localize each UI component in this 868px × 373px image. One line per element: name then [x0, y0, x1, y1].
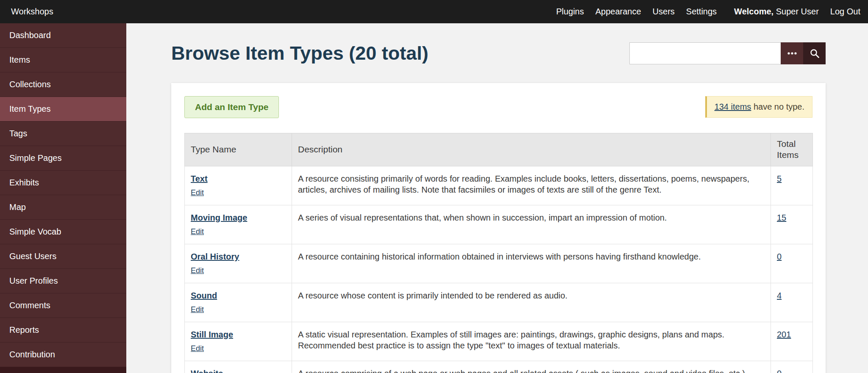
type-name-link[interactable]: Oral History: [191, 252, 239, 261]
topbar-nav-links: PluginsAppearanceUsersSettings: [556, 7, 717, 17]
total-items-cell: 4: [771, 283, 813, 322]
sidebar-item-label: Simple Pages: [9, 153, 61, 163]
type-name-link[interactable]: Still Image: [191, 330, 233, 339]
no-type-items-link[interactable]: 134 items: [715, 102, 751, 111]
header-total-items: Total Items: [771, 133, 813, 166]
type-description-cell: A static visual representation. Examples…: [292, 322, 771, 361]
type-name-cell: Oral History Edit: [185, 244, 292, 283]
add-item-type-button[interactable]: Add an Item Type: [184, 96, 279, 118]
advanced-search-button[interactable]: [781, 42, 803, 64]
total-items-link[interactable]: 4: [777, 291, 782, 300]
sidebar-item-dashboard[interactable]: Dashboard: [0, 23, 126, 48]
edit-link[interactable]: Edit: [191, 188, 204, 198]
sidebar-item-label: Map: [9, 202, 26, 212]
search-icon: [809, 48, 820, 59]
header-description: Description: [292, 133, 771, 166]
sidebar-item-simple-vocab[interactable]: Simple Vocab: [0, 220, 126, 244]
edit-link[interactable]: Edit: [191, 344, 204, 354]
search-bar: [629, 42, 826, 64]
type-description-cell: A resource containing historical informa…: [292, 244, 771, 283]
no-type-notice-text: have no type.: [751, 102, 804, 111]
sidebar-item-comments[interactable]: Comments: [0, 293, 126, 318]
total-items-link[interactable]: 0: [777, 252, 782, 261]
sidebar-item-label: Guest Users: [9, 251, 56, 261]
type-name-cell: Website Edit: [185, 361, 292, 373]
welcome-text: Welcome, Super User: [734, 7, 819, 17]
welcome-user: Super User: [773, 7, 819, 16]
sidebar-item-tags[interactable]: Tags: [0, 122, 126, 146]
sidebar-item-simple-pages[interactable]: Simple Pages: [0, 146, 126, 171]
table-row-still-image: Still Image Edit A static visual represe…: [185, 322, 813, 361]
edit-link[interactable]: Edit: [191, 266, 204, 276]
panel-top: Add an Item Type 134 items have no type.: [184, 96, 812, 118]
sidebar-item-map[interactable]: Map: [0, 195, 126, 220]
site-title-link[interactable]: Workshops: [11, 7, 53, 17]
logout-link[interactable]: Log Out: [830, 7, 860, 17]
ellipsis-icon: [787, 48, 798, 59]
type-name-link[interactable]: Text: [191, 174, 208, 183]
total-items-cell: 5: [771, 166, 813, 205]
search-input[interactable]: [629, 42, 781, 64]
content-panel: Add an Item Type 134 items have no type.…: [171, 83, 826, 373]
topbar-nav-item-appearance[interactable]: Appearance: [595, 7, 641, 17]
edit-link[interactable]: Edit: [191, 227, 204, 237]
topbar-nav-item-settings[interactable]: Settings: [686, 7, 717, 17]
table-header-row: Type Name Description Total Items: [185, 133, 813, 166]
topbar: Workshops PluginsAppearanceUsersSettings…: [0, 0, 868, 23]
topbar-nav-item-plugins[interactable]: Plugins: [556, 7, 584, 17]
table-row-text: Text Edit A resource consisting primaril…: [185, 166, 813, 205]
header-type-name: Type Name: [185, 133, 292, 166]
sidebar-item-collections[interactable]: Collections: [0, 72, 126, 97]
no-type-notice: 134 items have no type.: [705, 96, 812, 118]
sidebar: Dashboard Items Collections Item Types T…: [0, 23, 126, 373]
sidebar-item-label: Contribution: [9, 350, 55, 359]
sidebar-item-item-types[interactable]: Item Types: [0, 97, 126, 122]
type-description-cell: A resource whose content is primarily in…: [292, 283, 771, 322]
sidebar-item-user-profiles[interactable]: User Profiles: [0, 269, 126, 293]
total-items-link[interactable]: 15: [777, 213, 786, 222]
sidebar-item-exhibits[interactable]: Exhibits: [0, 171, 126, 195]
total-items-cell: 15: [771, 205, 813, 244]
type-name-cell: Text Edit: [185, 166, 292, 205]
sidebar-item-items[interactable]: Items: [0, 48, 126, 72]
main-content: Browse Item Types (20 total) Add an Item…: [126, 23, 868, 373]
type-name-cell: Moving Image Edit: [185, 205, 292, 244]
item-types-table: Type Name Description Total Items Text E…: [184, 133, 813, 373]
total-items-cell: 201: [771, 322, 813, 361]
sidebar-item-guest-users[interactable]: Guest Users: [0, 244, 126, 269]
sidebar-item-label: Simple Vocab: [9, 227, 61, 237]
sidebar-item-label: User Profiles: [9, 276, 58, 286]
total-items-link[interactable]: 5: [777, 174, 782, 183]
page-header: Browse Item Types (20 total): [171, 23, 826, 83]
topbar-right-nav: PluginsAppearanceUsersSettings Welcome, …: [556, 7, 860, 17]
sidebar-item-label: Exhibits: [9, 178, 39, 188]
edit-link[interactable]: Edit: [191, 305, 204, 315]
total-items-cell: 0: [771, 361, 813, 373]
table-row-website: Website Edit A resource comprising of a …: [185, 361, 813, 373]
sidebar-item-contribution[interactable]: Contribution: [0, 343, 126, 367]
page-title: Browse Item Types (20 total): [171, 42, 428, 64]
type-name-link[interactable]: Moving Image: [191, 213, 247, 222]
table-row-oral-history: Oral History Edit A resource containing …: [185, 244, 813, 283]
table-row-moving-image: Moving Image Edit A series of visual rep…: [185, 205, 813, 244]
sidebar-item-label: Item Types: [9, 104, 50, 114]
search-submit-button[interactable]: [803, 42, 826, 64]
topbar-nav-item-users[interactable]: Users: [653, 7, 675, 17]
table-row-sound: Sound Edit A resource whose content is p…: [185, 283, 813, 322]
type-description-cell: A resource comprising of a web page or w…: [292, 361, 771, 373]
type-name-link[interactable]: Sound: [191, 291, 217, 300]
sidebar-item-label: Comments: [9, 301, 50, 310]
type-name-cell: Sound Edit: [185, 283, 292, 322]
sidebar-item-label: Dashboard: [9, 30, 51, 40]
welcome-prefix: Welcome,: [734, 7, 773, 16]
type-description-cell: A series of visual representations that,…: [292, 205, 771, 244]
sidebar-item-reports[interactable]: Reports: [0, 318, 126, 343]
type-description-cell: A resource consisting primarily of words…: [292, 166, 771, 205]
sidebar-item-label: Tags: [9, 129, 27, 138]
total-items-cell: 0: [771, 244, 813, 283]
sidebar-item-label: Items: [9, 55, 30, 65]
total-items-link[interactable]: 0: [777, 369, 782, 373]
total-items-link[interactable]: 201: [777, 330, 791, 339]
type-name-link[interactable]: Website: [191, 369, 223, 373]
type-name-cell: Still Image Edit: [185, 322, 292, 361]
